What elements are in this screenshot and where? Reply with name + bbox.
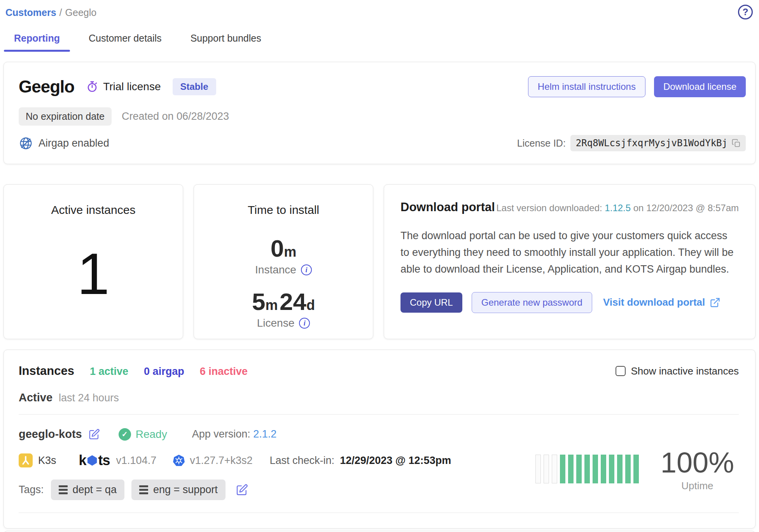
kubernetes-version: v1.27.7+k3s2 bbox=[173, 454, 252, 467]
instance-row: geeglo-kots ✓ Ready App version: 2.1.2 bbox=[19, 415, 739, 500]
last-version-downloaded: Last version downloaded: 1.12.5 on 12/20… bbox=[497, 203, 739, 214]
download-license-button[interactable]: Download license bbox=[654, 76, 746, 97]
distribution-label: K3s bbox=[38, 455, 56, 467]
help-icon[interactable]: ? bbox=[738, 5, 753, 19]
uptime-bar bbox=[617, 455, 623, 483]
last-version-suffix: on 12/20/2023 @ 8:57am bbox=[633, 203, 739, 213]
license-install-label: License bbox=[257, 317, 295, 329]
license-install-time: 5m 24d License i bbox=[252, 288, 315, 329]
download-portal-title: Download portal bbox=[400, 200, 495, 214]
uptime-section: 100% Uptime bbox=[535, 438, 739, 500]
uptime-bar bbox=[552, 455, 557, 483]
breadcrumb: Customers/Geeglo bbox=[5, 5, 96, 18]
uptime-bar bbox=[625, 455, 631, 483]
download-portal-description: The download portal can be used to give … bbox=[400, 228, 739, 278]
trial-timer-icon bbox=[86, 80, 98, 93]
instance-details: geeglo-kots ✓ Ready App version: 2.1.2 bbox=[19, 428, 451, 500]
instances-title: Instances bbox=[19, 364, 74, 378]
copy-url-button[interactable]: Copy URL bbox=[400, 292, 462, 313]
uptime-bar bbox=[601, 455, 606, 483]
instance-install-time: 0m Instance i bbox=[255, 234, 312, 276]
last-version-link[interactable]: 1.12.5 bbox=[605, 203, 631, 213]
kubernetes-version-label: v1.27.7+k3s2 bbox=[190, 455, 252, 467]
app-version-label: App version: bbox=[192, 428, 250, 440]
license-id-value: 2Rq8WLcsjfxqrMysjvB1WodYkBj bbox=[576, 138, 728, 149]
license-install-value2: 24 bbox=[280, 288, 306, 315]
kots-logo-k: k bbox=[79, 452, 86, 469]
top-bar: Customers/Geeglo ? bbox=[0, 0, 759, 19]
ready-check-icon: ✓ bbox=[119, 428, 131, 441]
inactive-count: 6 inactive bbox=[200, 366, 248, 378]
tag-icon bbox=[139, 485, 148, 494]
tab-reporting[interactable]: Reporting bbox=[14, 33, 60, 52]
uptime-bar bbox=[560, 455, 565, 483]
kubernetes-icon bbox=[173, 454, 185, 467]
uptime-bar bbox=[568, 455, 574, 483]
active-instances-value: 1 bbox=[77, 245, 109, 303]
instance-install-unit: m bbox=[284, 244, 296, 260]
instance-status: ✓ Ready bbox=[119, 428, 167, 441]
generate-new-password-button[interactable]: Generate new password bbox=[472, 292, 592, 313]
uptime-bar bbox=[535, 455, 541, 483]
breadcrumb-separator: / bbox=[56, 7, 65, 18]
copy-license-id-icon[interactable] bbox=[731, 138, 741, 148]
customer-name: Geeglo bbox=[19, 77, 74, 96]
tag-pill: dept = qa bbox=[51, 480, 124, 500]
kots-logo-ts: ts bbox=[98, 452, 110, 469]
channel-badge: Stable bbox=[173, 78, 216, 95]
airgap-globe-icon bbox=[19, 136, 33, 150]
breadcrumb-current: Geeglo bbox=[65, 7, 97, 18]
uptime-bar bbox=[576, 455, 582, 483]
airgap-label: Airgap enabled bbox=[38, 137, 109, 149]
visit-download-portal-link[interactable]: Visit download portal bbox=[603, 296, 721, 308]
edit-instance-name-icon[interactable] bbox=[88, 429, 100, 440]
show-inactive-toggle[interactable]: Show inactive instances bbox=[616, 365, 739, 377]
last-checkin-label: Last check-in: bbox=[270, 455, 335, 467]
divider-bottom bbox=[19, 513, 739, 513]
uptime-bar bbox=[544, 455, 549, 483]
active-section-label: Active bbox=[19, 391, 52, 404]
distribution: K3s bbox=[19, 453, 56, 467]
instance-info-icon[interactable]: i bbox=[301, 264, 312, 275]
download-portal-card: Download portal Last version downloaded:… bbox=[384, 184, 756, 339]
license-install-value1: 5 bbox=[252, 288, 265, 315]
instance-install-value: 0 bbox=[271, 235, 284, 262]
visit-download-portal-label: Visit download portal bbox=[603, 296, 705, 308]
kots-logo-o-icon bbox=[87, 455, 98, 466]
uptime-bar bbox=[593, 455, 598, 483]
airgap-count: 0 airgap bbox=[144, 366, 184, 378]
license-info-icon[interactable]: i bbox=[299, 318, 310, 329]
license-id-pill: 2Rq8WLcsjfxqrMysjvB1WodYkBj bbox=[570, 135, 746, 151]
tag-label: dept = qa bbox=[73, 484, 117, 496]
instance-install-label: Instance bbox=[255, 264, 296, 276]
app-version-link[interactable]: 2.1.2 bbox=[253, 428, 276, 440]
helm-install-instructions-button[interactable]: Helm install instructions bbox=[528, 76, 645, 97]
active-section-sublabel: last 24 hours bbox=[59, 392, 119, 404]
license-type: Trial license bbox=[86, 80, 161, 93]
edit-tags-icon[interactable] bbox=[236, 484, 248, 496]
kots-version: v1.104.7 bbox=[116, 455, 157, 467]
breadcrumb-customers-link[interactable]: Customers bbox=[5, 7, 56, 18]
last-checkin-value: 12/29/2023 @ 12:53pm bbox=[340, 455, 451, 467]
license-id-label: License ID: bbox=[517, 138, 566, 149]
active-count: 1 active bbox=[90, 366, 128, 378]
instance-name: geeglo-kots bbox=[19, 428, 82, 441]
tag-pill: eng = support bbox=[131, 480, 226, 500]
show-inactive-checkbox[interactable] bbox=[616, 366, 626, 376]
tags-label: Tags: bbox=[19, 484, 44, 496]
tab-support-bundles[interactable]: Support bundles bbox=[191, 33, 261, 52]
external-link-icon bbox=[710, 297, 721, 308]
tab-customer-details[interactable]: Customer details bbox=[89, 33, 162, 52]
created-on-text: Created on 06/28/2023 bbox=[122, 110, 229, 122]
uptime-bar bbox=[609, 455, 614, 483]
uptime-label: Uptime bbox=[661, 480, 734, 492]
k3s-icon bbox=[19, 453, 33, 467]
time-to-install-title: Time to install bbox=[248, 203, 319, 217]
active-instances-title: Active instances bbox=[51, 203, 136, 217]
metrics-row: Active instances 1 Time to install 0m In… bbox=[3, 184, 756, 339]
license-install-unit1: m bbox=[266, 297, 278, 313]
license-id-row: License ID: 2Rq8WLcsjfxqrMysjvB1WodYkBj bbox=[517, 135, 746, 151]
uptime-bar-chart bbox=[535, 455, 639, 483]
last-version-label: Last version downloaded: bbox=[497, 203, 602, 213]
tab-bar: Reporting Customer details Support bundl… bbox=[0, 19, 759, 52]
